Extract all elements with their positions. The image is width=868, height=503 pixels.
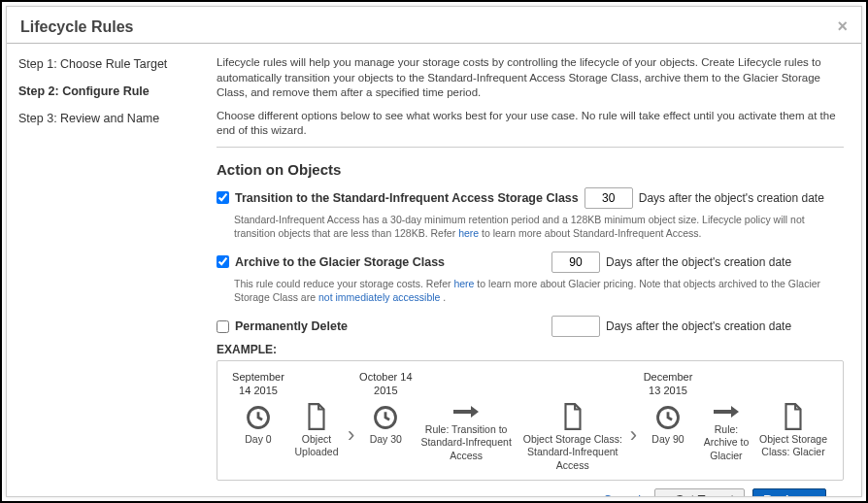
timeline-item-class-glacier: Object Storage Class: Glacier [757, 371, 829, 458]
cancel-button[interactable]: Cancel [603, 493, 641, 496]
arrow-right-icon [451, 402, 481, 421]
clock-icon [654, 404, 682, 431]
timeline-date: September 14 2015 [231, 371, 285, 398]
timeline-caption: Day 90 [651, 433, 684, 446]
file-icon [304, 402, 329, 431]
timeline-date: October 14 2015 [358, 371, 413, 398]
intro-paragraph-2: Choose different options below to see wh… [217, 109, 844, 139]
arrow-right-icon [712, 402, 741, 421]
archive-label: Archive to the Glacier Storage Class [235, 255, 445, 269]
chevron-right-icon: › [630, 395, 637, 448]
timeline-item-day30: October 14 2015 Day 30 [358, 371, 413, 446]
timeline-caption: Object Storage Class: Standard-Infrequen… [519, 433, 626, 471]
divider [217, 147, 844, 148]
timeline-date [465, 371, 468, 396]
archive-after-text: Days after the object's creation date [606, 255, 844, 269]
wizard-step-3[interactable]: Step 3: Review and Name [18, 112, 199, 125]
timeline-date [315, 371, 317, 396]
review-button[interactable]: Review > [752, 488, 826, 496]
delete-after-text: Days after the object's creation date [606, 319, 844, 333]
intro-paragraph-1: Lifecycle rules will help you manage you… [217, 55, 844, 101]
timeline-caption: Rule: Archive to Glacier [699, 423, 753, 461]
example-box: September 14 2015 Day 0 Object Uploaded [217, 360, 844, 480]
archive-help-text: This rule could reduce your storage cost… [234, 277, 844, 304]
transition-checkbox[interactable] [217, 191, 229, 204]
timeline-date: December 13 2015 [641, 371, 695, 398]
transition-help-text: Standard-Infrequent Access has a 30-day … [234, 213, 844, 240]
transition-after-text: Days after the object's creation date [639, 191, 844, 205]
delete-days-input[interactable] [551, 316, 600, 337]
intro-text: Lifecycle rules will help you manage you… [217, 55, 844, 139]
wizard-step-1[interactable]: Step 1: Choose Rule Target [18, 57, 199, 71]
wizard-step-2[interactable]: Step 2: Configure Rule [18, 84, 199, 98]
archive-help-link[interactable]: here [453, 278, 474, 289]
timeline-caption: Object Storage Class: Glacier [757, 433, 829, 458]
dialog-body: Step 1: Choose Rule Target Step 2: Confi… [7, 44, 861, 496]
chevron-right-icon: › [348, 395, 354, 448]
delete-checkbox[interactable] [217, 320, 229, 333]
timeline: September 14 2015 Day 0 Object Uploaded [231, 371, 829, 471]
archive-help-prefix: This rule could reduce your storage cost… [234, 278, 453, 289]
transition-help-suffix: to learn more about Standard-Infrequent … [479, 227, 701, 239]
archive-help-link-2[interactable]: not immediately accessible [318, 291, 440, 303]
option-transition-row: Transition to the Standard-Infrequent Ac… [217, 187, 844, 209]
option-archive-row: Archive to the Glacier Storage Class Day… [217, 252, 844, 273]
timeline-caption: Rule: Transition to Standard-Infrequent … [417, 423, 516, 461]
archive-days-input[interactable] [551, 252, 600, 273]
transition-help-link[interactable]: here [458, 227, 479, 239]
archive-help-suffix: . [440, 291, 446, 303]
timeline-caption: Object Uploaded [289, 433, 344, 458]
dialog-header: Lifecycle Rules × [7, 7, 861, 44]
file-icon [781, 402, 806, 431]
clock-icon [245, 404, 272, 431]
timeline-item-uploaded: Object Uploaded [289, 371, 344, 458]
timeline-date [791, 371, 794, 396]
timeline-item-day90: December 13 2015 Day 90 [641, 371, 695, 446]
dialog-footer: Cancel < Set Target Review > [217, 481, 844, 496]
set-target-button[interactable]: < Set Target [654, 488, 745, 496]
close-icon[interactable]: × [837, 17, 848, 37]
main-content: Lifecycle rules will help you manage you… [211, 44, 861, 496]
transition-days-input[interactable] [584, 187, 633, 209]
lifecycle-rules-dialog: Lifecycle Rules × Step 1: Choose Rule Ta… [6, 6, 862, 497]
wizard-steps-sidebar: Step 1: Choose Rule Target Step 2: Confi… [7, 44, 211, 496]
timeline-date [571, 371, 574, 396]
file-icon [560, 402, 585, 431]
example-title: EXAMPLE: [217, 343, 844, 356]
section-title: Action on Objects [217, 161, 844, 178]
timeline-item-rule-archive: Rule: Archive to Glacier [699, 371, 753, 461]
delete-label: Permanently Delete [235, 319, 348, 333]
timeline-date [724, 371, 727, 396]
timeline-item-rule-transition: Rule: Transition to Standard-Infrequent … [417, 371, 516, 461]
timeline-item-day0: September 14 2015 Day 0 [231, 371, 285, 446]
option-delete-row: Permanently Delete Days after the object… [217, 316, 844, 337]
dialog-title: Lifecycle Rules [20, 18, 134, 36]
timeline-caption: Day 30 [370, 433, 402, 446]
clock-icon [372, 404, 399, 431]
transition-label: Transition to the Standard-Infrequent Ac… [235, 191, 579, 205]
timeline-item-class-sia: Object Storage Class: Standard-Infrequen… [519, 371, 626, 471]
archive-checkbox[interactable] [217, 255, 229, 268]
timeline-caption: Day 0 [245, 433, 271, 446]
